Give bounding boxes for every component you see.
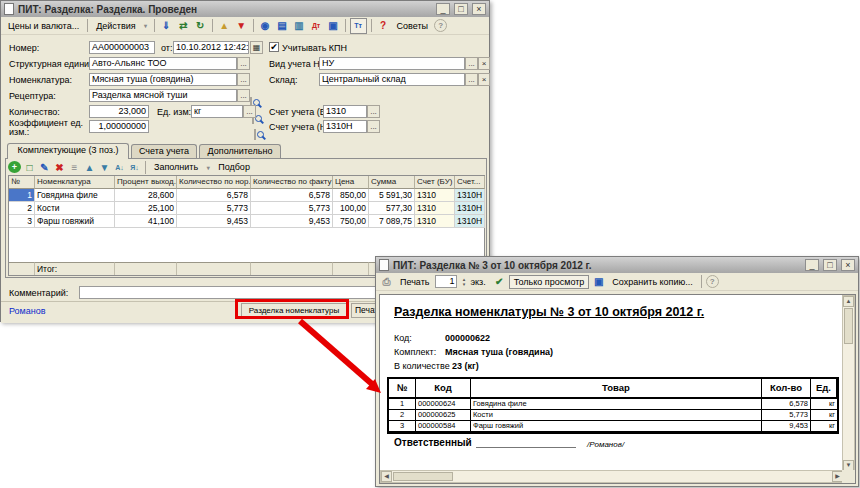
advice-icon[interactable]: ?	[376, 19, 391, 33]
recipe-field[interactable]: Разделка мясной туши	[89, 89, 237, 102]
column-header[interactable]: Счет...	[455, 176, 485, 189]
qty-fact-cell[interactable]: 6,578	[251, 189, 333, 202]
view-only-button[interactable]: Только просмотр	[509, 275, 590, 289]
sort-asc-icon[interactable]: А↓	[113, 161, 126, 173]
account-nu-field[interactable]: 1310Н	[323, 120, 367, 133]
close-button[interactable]: ×	[841, 259, 855, 271]
move-up-icon[interactable]: ▲	[83, 161, 96, 173]
copies-stepper[interactable]: ▴ ▾	[459, 277, 468, 287]
row-number-cell[interactable]: 1	[9, 189, 35, 202]
column-header[interactable]: Процент выход...	[115, 176, 177, 189]
date-picker-icon[interactable]: ▦	[250, 41, 263, 54]
structural-unit-select-button[interactable]: ...	[237, 57, 250, 70]
sum-cell[interactable]: 577,30	[369, 202, 415, 215]
account-nu-select-button[interactable]: ...	[367, 120, 380, 133]
spin-down-icon[interactable]: ▾	[459, 282, 468, 287]
vertical-scrollbar[interactable]: ▲ ▼	[842, 295, 855, 472]
account-bu-select-button[interactable]: ...	[367, 105, 380, 118]
nomenclature-cell[interactable]: Кости	[35, 202, 115, 215]
levels-icon[interactable]: ≡	[68, 161, 81, 173]
column-header[interactable]: Номенклатура	[35, 176, 115, 189]
save-copy-button[interactable]: Сохранить копию...	[608, 276, 696, 288]
sum-cell[interactable]: 5 591,30	[369, 189, 415, 202]
row-number-cell[interactable]: 2	[9, 202, 35, 215]
nu-kind-clear-icon[interactable]: ×	[478, 57, 490, 70]
sort-desc-icon[interactable]: Я↓	[128, 161, 141, 173]
go-to-icon[interactable]: ◉	[258, 19, 273, 33]
date-field[interactable]: 10.10.2012 12:42:43	[173, 41, 249, 54]
account-bu-cell[interactable]: 1310	[415, 202, 455, 215]
account-nu-cell[interactable]: 1310Н	[455, 202, 485, 215]
warehouse-clear-icon[interactable]: ×	[478, 73, 490, 86]
maximize-button[interactable]: □	[823, 259, 837, 271]
column-header[interactable]: Сумма	[369, 176, 415, 189]
coefficient-field[interactable]: 1,00000000	[89, 120, 149, 133]
structural-unit-field[interactable]: Авто-Альянс ТОО	[89, 57, 237, 70]
actions-caret-icon[interactable]: ▾	[142, 19, 150, 33]
view-only-icon[interactable]: ✔	[492, 275, 507, 289]
column-header[interactable]: Счет (БУ)	[415, 176, 455, 189]
fill-caret-icon[interactable]: ▾	[204, 160, 212, 174]
unit-select-button[interactable]: ...	[243, 105, 256, 118]
column-header[interactable]: Цена	[333, 176, 369, 189]
percent-cell[interactable]: 41,100	[115, 215, 177, 228]
nomenclature-cell[interactable]: Фарш говяжий	[35, 215, 115, 228]
refresh-icon[interactable]: ↻	[193, 19, 208, 33]
tab-additional[interactable]: Дополнительно	[199, 144, 281, 159]
print-window-titlebar[interactable]: ПИТ: Разделка № 3 от 10 октября 2012 г. …	[376, 257, 858, 273]
percent-cell[interactable]: 28,600	[115, 189, 177, 202]
nu-kind-field[interactable]: НУ	[319, 57, 465, 70]
table-row[interactable]: 2 Кости 25,100 5,773 5,773 100,00 577,30…	[9, 202, 484, 215]
row-number-cell[interactable]: 3	[9, 215, 35, 228]
price-cell[interactable]: 750,00	[333, 215, 369, 228]
post-icon[interactable]: ⇓	[159, 19, 174, 33]
warehouse-select-button[interactable]: ...	[465, 73, 478, 86]
percent-cell[interactable]: 25,100	[115, 202, 177, 215]
minimize-button[interactable]: _	[436, 3, 450, 15]
account-bu-field[interactable]: 1310	[323, 105, 367, 118]
pick-button[interactable]: Подбор	[214, 161, 254, 173]
scroll-thumb[interactable]	[393, 472, 453, 481]
nu-kind-select-button[interactable]: ...	[465, 57, 478, 70]
delete-row-icon[interactable]: ✖	[53, 161, 66, 173]
unit-field[interactable]: кг	[191, 105, 243, 118]
dt-kt-icon[interactable]: Дт	[309, 19, 324, 33]
sum-cell[interactable]: 7 089,75	[369, 215, 415, 228]
quantity-field[interactable]: 23,000	[89, 105, 149, 118]
table-row[interactable]: 1 Говядина филе 28,600 6,578 6,578 850,0…	[9, 189, 484, 202]
magnifier-icon[interactable]	[254, 129, 256, 140]
table-row[interactable]: 3 Фарш говяжий 41,100 9,453 9,453 750,00…	[9, 215, 484, 228]
account-bu-cell[interactable]: 1310	[415, 215, 455, 228]
prices-currency-button[interactable]: Цены и валюта...	[4, 20, 83, 32]
responsible-user-link[interactable]: Романов	[9, 306, 46, 316]
maximize-button[interactable]: □	[454, 3, 468, 15]
help-icon[interactable]: ?	[434, 19, 447, 32]
actions-button[interactable]: Действия	[92, 20, 139, 32]
tab-accounts[interactable]: Счета учета	[131, 144, 197, 159]
account-bu-cell[interactable]: 1310	[415, 189, 455, 202]
print-templates-icon[interactable]: Тт	[350, 18, 367, 34]
scroll-up-icon[interactable]: ▲	[843, 296, 854, 307]
copy-row-icon[interactable]: □	[23, 161, 36, 173]
column-header[interactable]: Количество по факту	[251, 176, 333, 189]
close-button[interactable]: ×	[472, 3, 486, 15]
price-cell[interactable]: 100,00	[333, 202, 369, 215]
column-header[interactable]: Количество по нор...	[177, 176, 251, 189]
document-window-titlebar[interactable]: ПИТ: Разделка: Разделка. Проведен _ □ ×	[1, 1, 489, 17]
qty-norm-cell[interactable]: 6,578	[177, 189, 251, 202]
account-nu-cell[interactable]: 1310Н	[455, 189, 485, 202]
column-header[interactable]: №	[9, 176, 35, 189]
scroll-thumb[interactable]	[844, 308, 853, 344]
help-icon[interactable]: ?	[706, 275, 719, 288]
minimize-button[interactable]: _	[805, 259, 819, 271]
qty-norm-cell[interactable]: 9,453	[177, 215, 251, 228]
copy-based-on-icon[interactable]: ▼	[234, 19, 249, 33]
report-icon[interactable]: ▣	[326, 19, 341, 33]
nomenclature-select-button[interactable]: ...	[237, 73, 250, 86]
recipe-select-button[interactable]: ...	[237, 89, 250, 102]
nomenclature-field[interactable]: Мясная туша (говядина)	[89, 73, 237, 86]
account-nu-cell[interactable]: 1310Н	[455, 215, 485, 228]
scroll-left-icon[interactable]: ◀	[381, 471, 392, 482]
qty-fact-cell[interactable]: 5,773	[251, 202, 333, 215]
qty-fact-cell[interactable]: 9,453	[251, 215, 333, 228]
